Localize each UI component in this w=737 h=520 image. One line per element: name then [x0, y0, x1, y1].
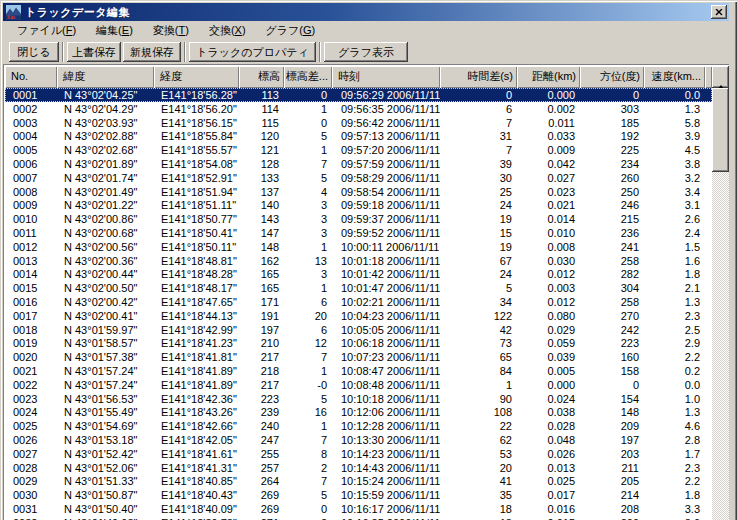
close-button[interactable] [711, 5, 727, 19]
track-properties-button[interactable]: トラックのプロパティ [189, 42, 316, 62]
table-row[interactable]: 0026N 43°01'53.18"E141°18'42.05"247710:1… [5, 433, 712, 447]
table-row[interactable]: 0015N 43°02'00.50"E141°18'48.17"165110:0… [5, 281, 712, 295]
cell-speed: 2.8 [644, 433, 705, 447]
cell-time-diff: 30 [440, 171, 517, 185]
cell-distance: 0.033 [517, 129, 580, 143]
table-row[interactable]: 0004N 43°02'02.88"E141°18'55.84"120509:5… [5, 129, 712, 143]
cell-time-diff: 6 [440, 102, 517, 116]
app-icon[interactable]: Kas [6, 5, 21, 20]
table-row[interactable]: 0013N 43°02'00.36"E141°18'48.81"1621310:… [5, 254, 712, 268]
menu-item-edit[interactable]: 編集(E) [91, 21, 138, 40]
cell-no: 0007 [5, 171, 57, 185]
table-row[interactable]: 0025N 43°01'54.69"E141°18'42.66"240110:1… [5, 419, 712, 433]
menu-item-convert[interactable]: 変換(T) [148, 21, 194, 40]
cell-distance: 0.012 [517, 267, 580, 281]
table-row[interactable]: 0010N 43°02'00.86"E141°18'50.77"143309:5… [5, 212, 712, 226]
cell-bearing: 160 [580, 350, 644, 364]
vertical-scrollbar[interactable] [712, 66, 729, 520]
menu-item-exchange[interactable]: 交換(X) [204, 21, 251, 40]
column-header-speed[interactable]: 速度(km... [644, 66, 705, 88]
cell-elevation: 140 [239, 198, 284, 212]
table-row[interactable]: 0029N 43°01'51.33"E141°18'40.85"264710:1… [5, 474, 712, 488]
column-header-elevation[interactable]: 標高 [239, 66, 284, 88]
cell-distance: 0.011 [517, 116, 580, 130]
table-row-partial[interactable]: 0032N 43°01'49.93"E141°18'39.73"271210:1… [5, 516, 712, 520]
scrollbar-thumb[interactable] [712, 88, 729, 172]
cell-elevation: 218 [239, 364, 284, 378]
cell-longitude: E141°18'55.84" [154, 129, 239, 143]
table-row[interactable]: 0001N 43°02'04.25"E141°18'56.28"113009:5… [5, 88, 712, 102]
table-row[interactable]: 0028N 43°01'52.06"E141°18'41.31"257210:1… [5, 461, 712, 475]
menu-item-graph[interactable]: グラフ(G) [261, 21, 321, 40]
cell-no: 0001 [5, 88, 57, 102]
table-row[interactable]: 0009N 43°02'01.22"E141°18'51.11"140309:5… [5, 198, 712, 212]
cell-time-diff: 62 [440, 433, 517, 447]
cell-time-diff: 19 [440, 240, 517, 254]
cell-elevation-diff: 1 [284, 364, 332, 378]
table-row[interactable]: 0027N 43°01'52.42"E141°18'41.61"255810:1… [5, 447, 712, 461]
table-row[interactable]: 0006N 43°02'01.89"E141°18'54.08"128709:5… [5, 157, 712, 171]
cell-latitude: N 43°01'52.42" [57, 447, 154, 461]
cell-longitude: E141°18'48.28" [154, 267, 239, 281]
cell-longitude: E141°18'42.66" [154, 419, 239, 433]
column-header-elevation-diff[interactable]: 標高差... [284, 66, 332, 88]
column-header-bearing[interactable]: 方位(度) [580, 66, 644, 88]
table-row[interactable]: 0005N 43°02'02.68"E141°18'55.57"121109:5… [5, 143, 712, 157]
table-row[interactable]: 0024N 43°01'55.49"E141°18'43.26"2391610:… [5, 405, 712, 419]
cell-time: 10:05:05 2006/11/11 [332, 323, 440, 337]
column-header-time-diff[interactable]: 時間差(s) [440, 66, 517, 88]
column-header-no[interactable]: No. [5, 66, 57, 88]
cell-speed: 3.2 [644, 171, 705, 185]
cell-distance: 0.003 [517, 281, 580, 295]
column-header-time[interactable]: 時刻 [332, 66, 440, 88]
cell-distance: 0.014 [517, 212, 580, 226]
table-row[interactable]: 0011N 43°02'00.68"E141°18'50.41"147309:5… [5, 226, 712, 240]
cell-time-diff: 39 [440, 157, 517, 171]
cell-bearing: 234 [580, 157, 644, 171]
column-header-longitude[interactable]: 経度 [154, 66, 239, 88]
menu-item-file[interactable]: ファイル(F) [12, 21, 81, 40]
table-row[interactable]: 0012N 43°02'00.56"E141°18'50.11"148110:0… [5, 240, 712, 254]
cell-distance: 0.042 [517, 157, 580, 171]
cell-time: 09:57:13 2006/11/11 [332, 129, 440, 143]
cell-no: 0025 [5, 419, 57, 433]
table-row[interactable]: 0018N 43°01'59.97"E141°18'42.99"197610:0… [5, 323, 712, 337]
close-button[interactable]: 閉じる [9, 42, 59, 62]
table-row[interactable]: 0002N 43°02'04.29"E141°18'56.20"114109:5… [5, 102, 712, 116]
table-row[interactable]: 0007N 43°02'01.74"E141°18'52.91"133509:5… [5, 171, 712, 185]
table-row[interactable]: 0020N 43°01'57.38"E141°18'41.81"217710:0… [5, 350, 712, 364]
cell-time: 09:58:54 2006/11/11 [332, 185, 440, 199]
table-row[interactable]: 0021N 43°01'57.24"E141°18'41.89"218110:0… [5, 364, 712, 378]
cell-speed: 2.9 [644, 336, 705, 350]
cell-bearing: 154 [580, 392, 644, 406]
table-row[interactable]: 0030N 43°01'50.87"E141°18'40.43"269510:1… [5, 488, 712, 502]
table-row[interactable]: 0017N 43°02'00.41"E141°18'44.13"1912010:… [5, 309, 712, 323]
column-header-distance[interactable]: 距離(km) [517, 66, 580, 88]
column-header-latitude[interactable]: 緯度 [57, 66, 154, 88]
cell-distance: 0.027 [517, 171, 580, 185]
table-row[interactable]: 0003N 43°02'03.93"E141°18'56.15"115009:5… [5, 116, 712, 130]
table-content: No.緯度経度標高標高差...時刻時間差(s)距離(km)方位(度)速度(km.… [5, 66, 712, 520]
table-row[interactable]: 0014N 43°02'00.44"E141°18'48.28"165310:0… [5, 267, 712, 281]
toolbar-separator [184, 42, 186, 62]
cell-bearing: 282 [580, 267, 644, 281]
cell-time: 10:01:47 2006/11/11 [332, 281, 440, 295]
table-row[interactable]: 0031N 43°01'50.40"E141°18'40.09"269010:1… [5, 502, 712, 516]
graph-display-button[interactable]: グラフ表示 [324, 42, 408, 62]
cell-longitude: E141°18'55.57" [154, 143, 239, 157]
cell-latitude: N 43°01'54.69" [57, 419, 154, 433]
titlebar[interactable]: Kas トラックデータ編集 [3, 3, 729, 21]
cell-longitude: E141°18'51.11" [154, 198, 239, 212]
table-row[interactable]: 0016N 43°02'00.42"E141°18'47.65"171610:0… [5, 295, 712, 309]
table-row[interactable]: 0022N 43°01'57.24"E141°18'41.89"217-010:… [5, 378, 712, 392]
save-overwrite-button[interactable]: 上書保存 [67, 42, 121, 62]
cell-distance: 0.010 [517, 226, 580, 240]
scroll-up-button[interactable] [712, 66, 729, 88]
table-row[interactable]: 0019N 43°01'58.57"E141°18'41.23"2101210:… [5, 336, 712, 350]
close-icon [715, 9, 723, 16]
table-row[interactable]: 0008N 43°02'01.49"E141°18'51.94"137409:5… [5, 185, 712, 199]
cell-time: 10:00:11 2006/11/11 [332, 240, 440, 254]
cell-no: 0027 [5, 447, 57, 461]
table-row[interactable]: 0023N 43°01'56.53"E141°18'42.36"223510:1… [5, 392, 712, 406]
save-new-button[interactable]: 新規保存 [123, 42, 181, 62]
